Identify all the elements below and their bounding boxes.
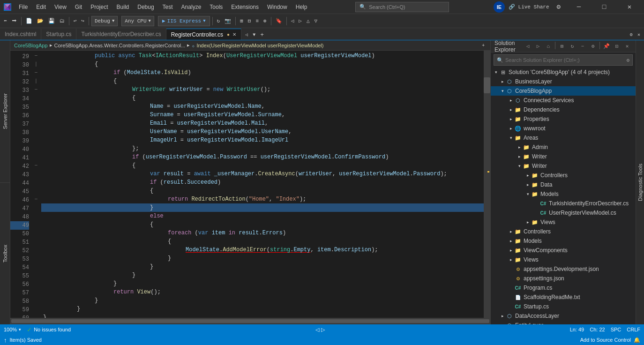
tree-solution[interactable]: ▾ ⊞ Solution 'Core5BlogApp' (4 of 4 proj… — [491, 68, 636, 77]
forward-button[interactable]: ⮕ — [10, 16, 19, 26]
tree-turkish-cs[interactable]: C# TurkishIdentityErrorDescriber.cs — [491, 199, 636, 208]
menu-project[interactable]: Project — [87, 3, 112, 11]
tree-scaffolding[interactable]: 📄 ScaffoldingReadMe.txt — [491, 292, 636, 302]
solution-search-box[interactable]: 🔍 ⚙ — [494, 54, 633, 66]
menu-tools[interactable]: Tools — [206, 3, 226, 11]
tree-writer-controllers[interactable]: ▸ 📁 Controllers — [491, 171, 636, 180]
menu-view[interactable]: View — [51, 3, 70, 11]
collapse-30[interactable]: │ — [33, 60, 39, 68]
tab-scroll-left[interactable]: ◁ — [243, 30, 250, 40]
tree-top-models[interactable]: ▸ 📁 Models — [491, 236, 636, 246]
se-close-button[interactable]: ✕ — [622, 42, 632, 51]
tree-writer-models[interactable]: ▾ 📁 Models — [491, 189, 636, 199]
save-all-button[interactable]: 🗂 — [58, 16, 67, 26]
collapse-42[interactable]: ─ — [33, 161, 39, 170]
tab-register-controller[interactable]: RegisterController.cs ● ✕ — [166, 29, 241, 40]
open-button[interactable]: 📂 — [35, 16, 45, 26]
menu-extensions[interactable]: Extensions — [227, 3, 262, 11]
tree-areas[interactable]: ▾ 📁 Areas — [491, 133, 636, 142]
minimize-button[interactable]: ─ — [568, 0, 590, 14]
menu-help[interactable]: Help — [292, 3, 311, 11]
tree-datalayer[interactable]: ▸ ⬡ DataAccessLayer — [491, 311, 636, 321]
notification-bell[interactable]: 🔔 — [634, 337, 640, 343]
new-tab-button[interactable]: + — [258, 30, 266, 40]
undo-button[interactable]: ↩ — [72, 16, 79, 26]
tab-close-button[interactable]: ✕ — [232, 32, 236, 37]
new-file-button[interactable]: 📄 — [24, 16, 34, 26]
se-forward-button[interactable]: ▷ — [533, 42, 543, 51]
tree-startup-cs[interactable]: C# Startup.cs — [491, 302, 636, 311]
toolbar-extra-4[interactable]: ⊗ — [262, 16, 269, 26]
toolbar-nav-4[interactable]: ▽ — [313, 16, 320, 26]
collapse-33[interactable]: ─ — [33, 85, 39, 94]
solution-search-input[interactable] — [505, 57, 624, 63]
toolbar-extra-1[interactable]: ⊞ — [238, 16, 245, 26]
se-refresh-button[interactable]: ↻ — [568, 42, 577, 51]
redo-button[interactable]: ↪ — [79, 16, 86, 26]
tree-user-register-vm[interactable]: C# UserRegisterViewModel.cs — [491, 208, 636, 218]
menu-git[interactable]: Git — [71, 3, 86, 11]
tree-program-cs[interactable]: C# Program.cs — [491, 283, 636, 292]
se-home-button[interactable]: ⌂ — [544, 42, 553, 51]
tree-admin[interactable]: ▸ 📁 Admin — [491, 142, 636, 152]
source-control-status[interactable]: Add to Source Control 🔔 — [580, 337, 640, 343]
server-explorer-tab[interactable]: Server Explorer — [0, 40, 10, 183]
menu-file[interactable]: File — [15, 3, 31, 11]
close-button[interactable]: ✕ — [619, 0, 640, 14]
se-collapse-button[interactable]: − — [578, 42, 587, 51]
toolbar-extra-3[interactable]: ≡ — [254, 16, 261, 26]
toolbar-nav-2[interactable]: ▷ — [297, 16, 304, 26]
close-panel-button[interactable]: ✕ — [636, 30, 642, 40]
breadcrumb-project[interactable]: Core5BlogApp — [14, 43, 48, 48]
se-float-button[interactable]: ⊡ — [612, 42, 622, 51]
collapse-29[interactable]: ─ — [33, 52, 39, 60]
se-back-button[interactable]: ◁ — [523, 42, 532, 51]
tree-writer[interactable]: ▾ 📁 Writer — [491, 161, 636, 171]
tree-appsettings[interactable]: ⚙ appsettings.json — [491, 274, 636, 283]
tab-dropdown[interactable]: ▼ — [251, 30, 257, 40]
menu-debug[interactable]: Debug — [134, 3, 157, 11]
tree-wwwroot[interactable]: ▸ 🌐 wwwroot — [491, 124, 636, 133]
run-button[interactable]: ▶ IIS Express ▼ — [158, 16, 210, 26]
vertical-scrollbar[interactable] — [484, 51, 490, 318]
toolbar-nav-1[interactable]: ◁ — [289, 16, 296, 26]
tab-index-cshtml[interactable]: Index.cshtml — [0, 29, 41, 40]
tree-showcase[interactable]: ▸ 📁 Writer — [491, 152, 636, 161]
screenshot-button[interactable]: 📷 — [223, 16, 233, 26]
cpu-mode-dropdown[interactable]: Any CPU ▼ — [121, 16, 154, 26]
tree-top-views[interactable]: ▸ 📁 Views — [491, 255, 636, 264]
tree-connected-services[interactable]: ▸ ⬡ Connected Services — [491, 96, 636, 105]
tree-writer-data[interactable]: ▸ 📁 Data — [491, 180, 636, 189]
save-button[interactable]: 💾 — [46, 16, 57, 26]
collapse-46[interactable]: ─ — [33, 195, 39, 203]
debug-mode-dropdown[interactable]: Debug ▼ — [91, 16, 118, 26]
settings-icon[interactable]: ⚙ — [553, 3, 564, 11]
breadcrumb-namespace[interactable]: Core5BlogApp.Areas.Writer.Controllers.Re… — [54, 43, 186, 48]
tree-dependencies[interactable]: ▸ 📁 Dependencies — [491, 105, 636, 114]
menu-analyze[interactable]: Analyze — [178, 3, 205, 11]
se-pin-button[interactable]: 📌 — [602, 42, 611, 51]
horizontal-scrollbar[interactable] — [10, 318, 490, 324]
tree-appsettings-dev[interactable]: ⚙ appsettings.Development.json — [491, 264, 636, 274]
tree-entitylayer[interactable]: ▸ ⬡ EntityLayer — [491, 321, 636, 324]
toolbox-tab[interactable]: Toolbox — [0, 183, 10, 325]
tab-settings-button[interactable]: ⚙ — [628, 30, 635, 40]
code-editor[interactable]: public async Task<IActionResult> Index(U… — [39, 51, 484, 318]
restore-button[interactable]: □ — [593, 0, 615, 14]
menu-edit[interactable]: Edit — [32, 3, 50, 11]
bookmark-button[interactable]: 🔖 — [274, 16, 284, 26]
expand-all-button[interactable]: + — [480, 40, 487, 51]
tree-writer-views[interactable]: ▸ 📁 Views — [491, 218, 636, 227]
se-settings-button[interactable]: ⚙ — [588, 42, 598, 51]
tab-startup-cs[interactable]: Startup.cs — [41, 29, 76, 40]
toolbar-nav-3[interactable]: △ — [305, 16, 312, 26]
tree-businesslayer[interactable]: ▸ ⬡ BusinessLayer — [491, 77, 636, 86]
tree-core5blogapp[interactable]: ▾ ⬡ Core5BlogApp — [491, 86, 636, 96]
toolbar-extra-2[interactable]: ⊟ — [246, 16, 253, 26]
se-filter-button[interactable]: ⊞ — [557, 42, 567, 51]
back-button[interactable]: ⬅ — [2, 16, 9, 26]
menu-window[interactable]: Window — [263, 3, 291, 11]
tree-viewcomponents[interactable]: ▸ 📁 ViewComponents — [491, 246, 636, 255]
refresh-button[interactable]: ↻ — [215, 16, 222, 26]
nav-back-icon[interactable]: ◁ — [315, 327, 319, 333]
